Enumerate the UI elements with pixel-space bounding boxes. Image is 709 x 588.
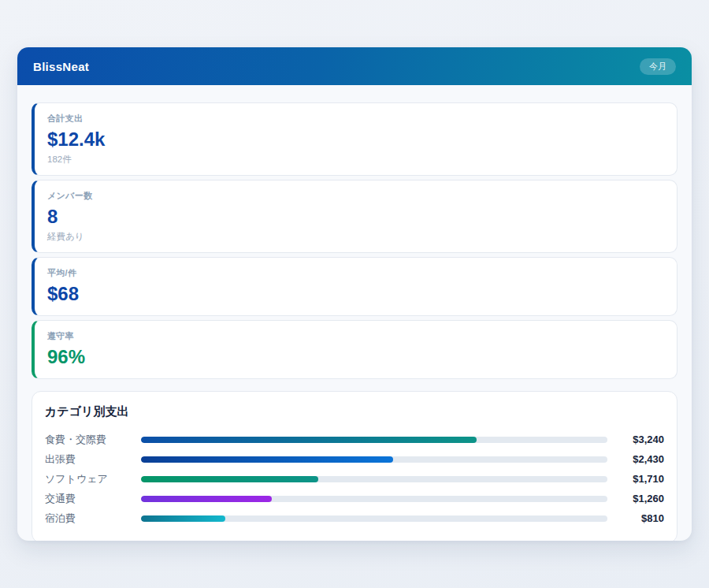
category-bar-row: 宿泊費 $810 (45, 508, 664, 528)
category-label: 交通費 (45, 492, 141, 506)
stat-label: メンバー数 (47, 190, 664, 202)
stat-card-average-per-item: 平均/件 $68 (32, 257, 677, 316)
category-spend-card: カテゴリ別支出 食費・交際費 $3,240 出張費 $2,430 ソフトウェア … (32, 391, 677, 541)
category-bar-track (141, 476, 607, 482)
stat-value: $12.4k (47, 128, 664, 151)
category-bar-row: 食費・交際費 $3,240 (45, 430, 664, 449)
category-bar-track (141, 515, 607, 522)
category-amount: $3,240 (607, 434, 664, 445)
dashboard-content: 合計支出 $12.4k 182件 メンバー数 8 経費あり 平均/件 $68 遵… (17, 85, 692, 541)
period-badge[interactable]: 今月 (640, 58, 676, 75)
stat-card-compliance-rate: 遵守率 96% (32, 320, 677, 379)
category-bar-track (141, 456, 607, 463)
category-amount: $1,260 (607, 493, 664, 504)
category-bar-fill (141, 456, 393, 463)
stat-subtext: 182件 (47, 154, 664, 166)
category-label: ソフトウェア (45, 472, 141, 486)
stat-label: 合計支出 (47, 113, 664, 125)
category-label: 食費・交際費 (45, 433, 141, 447)
category-bar-fill (141, 476, 318, 482)
stat-value: 8 (47, 205, 664, 229)
category-bar-track (141, 437, 607, 443)
category-bar-track (141, 496, 607, 502)
app-header: BlissNeat 今月 (17, 47, 692, 85)
stat-value: 96% (47, 345, 664, 369)
category-bar-row: ソフトウェア $1,710 (45, 469, 664, 489)
category-bar-row: 交通費 $1,260 (45, 489, 664, 508)
category-bar-fill (141, 515, 225, 522)
category-bar-row: 出張費 $2,430 (45, 449, 664, 469)
category-card-title: カテゴリ別支出 (45, 404, 664, 419)
app-title: BlissNeat (33, 60, 89, 73)
stat-card-member-count: メンバー数 8 経費あり (32, 180, 677, 253)
stat-card-total-spend: 合計支出 $12.4k 182件 (32, 102, 677, 176)
category-amount: $810 (607, 512, 664, 524)
category-label: 宿泊費 (45, 512, 141, 526)
category-label: 出張費 (45, 452, 141, 467)
stat-label: 平均/件 (47, 267, 664, 279)
category-amount: $2,430 (607, 453, 664, 465)
stat-subtext: 経費あり (47, 231, 664, 243)
stat-label: 遵守率 (47, 330, 664, 342)
stat-value: $68 (47, 282, 664, 306)
dashboard-window: BlissNeat 今月 合計支出 $12.4k 182件 メンバー数 8 経費… (17, 47, 692, 541)
category-bar-fill (141, 496, 272, 502)
category-amount: $1,710 (607, 473, 664, 485)
category-bar-fill (141, 437, 477, 443)
